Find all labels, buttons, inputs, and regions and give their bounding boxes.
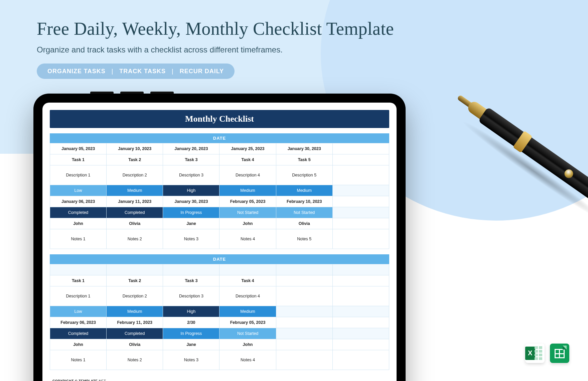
- table-cell: [276, 339, 332, 350]
- table-cell: [276, 328, 332, 339]
- table-cell: [332, 218, 389, 229]
- section2-table: Task 1Task 2Task 3Task 4 Description 1De…: [50, 264, 389, 370]
- table-cell: Task 2: [107, 275, 163, 286]
- table-cell: Medium: [219, 306, 276, 317]
- table-cell: January 05, 2023: [50, 143, 107, 154]
- table-cell: Completed: [107, 328, 163, 339]
- table-cell: [332, 185, 389, 196]
- table-cell: Notes 1: [50, 350, 107, 370]
- table-cell: Description 1: [50, 286, 107, 306]
- table-cell: [276, 350, 332, 370]
- table-cell: January 30, 2023: [276, 143, 332, 154]
- excel-icon[interactable]: [525, 344, 545, 363]
- google-sheets-icon[interactable]: [550, 344, 569, 363]
- table-cell: Task 3: [163, 154, 219, 165]
- table-cell: Description 5: [276, 165, 332, 185]
- table-cell: February 05, 2023: [219, 317, 276, 328]
- section1-table: January 05, 2023January 10, 2023January …: [50, 143, 389, 249]
- section1-date-header: DATE: [50, 133, 389, 143]
- table-cell: [332, 196, 389, 207]
- table-cell: January 10, 2023: [107, 143, 163, 154]
- table-cell: [332, 350, 389, 370]
- table-cell: In Progress: [163, 328, 219, 339]
- table-cell: Completed: [50, 328, 107, 339]
- table-cell: In Progress: [163, 207, 219, 218]
- table-cell: High: [163, 306, 219, 317]
- table-cell: [50, 264, 107, 275]
- table-cell: Task 3: [163, 275, 219, 286]
- table-cell: Task 1: [50, 275, 107, 286]
- table-cell: Low: [50, 306, 107, 317]
- copyright: COPYRIGHT © TEMPLATE.NET: [50, 370, 389, 381]
- table-cell: Notes 3: [163, 229, 219, 249]
- table-cell: [276, 306, 332, 317]
- section2-date-header: DATE: [50, 254, 389, 264]
- page-title: Free Daily, Weekly, Monthly Checklist Te…: [37, 18, 394, 39]
- table-cell: 2/30: [163, 317, 219, 328]
- table-cell: [332, 264, 389, 275]
- tablet-button: [150, 92, 174, 94]
- table-cell: [107, 264, 163, 275]
- table-cell: Notes 5: [276, 229, 332, 249]
- table-cell: [332, 275, 389, 286]
- table-cell: [332, 317, 389, 328]
- table-cell: [332, 165, 389, 185]
- table-cell: February 05, 2023: [219, 196, 276, 207]
- page-subtitle: Organize and track tasks with a checklis…: [37, 45, 283, 54]
- table-cell: [332, 328, 389, 339]
- table-cell: [219, 264, 276, 275]
- tag-organize: ORGANIZE TASKS: [47, 68, 106, 75]
- table-cell: Olivia: [107, 339, 163, 350]
- table-cell: Jane: [163, 218, 219, 229]
- table-cell: John: [50, 218, 107, 229]
- table-cell: Description 1: [50, 165, 107, 185]
- table-cell: High: [163, 185, 219, 196]
- table-cell: Description 3: [163, 165, 219, 185]
- table-cell: Notes 2: [107, 350, 163, 370]
- table-cell: Olivia: [107, 218, 163, 229]
- tag-sep: |: [112, 68, 114, 75]
- table-cell: Notes 4: [219, 229, 276, 249]
- table-cell: Medium: [276, 185, 332, 196]
- table-cell: [332, 154, 389, 165]
- table-cell: January 11, 2023: [107, 196, 163, 207]
- table-cell: [332, 229, 389, 249]
- table-cell: Notes 3: [163, 350, 219, 370]
- table-cell: John: [50, 339, 107, 350]
- table-cell: [163, 264, 219, 275]
- table-cell: Notes 2: [107, 229, 163, 249]
- table-cell: [276, 286, 332, 306]
- table-cell: [332, 339, 389, 350]
- table-cell: Medium: [107, 185, 163, 196]
- table-cell: Not Started: [276, 207, 332, 218]
- table-cell: [332, 286, 389, 306]
- table-cell: February 11, 2023: [107, 317, 163, 328]
- table-cell: John: [219, 339, 276, 350]
- table-cell: [276, 275, 332, 286]
- table-cell: Medium: [219, 185, 276, 196]
- tablet-screen: Monthly Checklist DATE January 05, 2023J…: [42, 103, 397, 381]
- table-cell: January 20, 2023: [163, 143, 219, 154]
- table-cell: January 30, 2023: [163, 196, 219, 207]
- table-cell: Notes 4: [219, 350, 276, 370]
- table-cell: [276, 264, 332, 275]
- table-cell: Task 2: [107, 154, 163, 165]
- table-cell: John: [219, 218, 276, 229]
- tag-sep: |: [172, 68, 174, 75]
- table-cell: Description 4: [219, 286, 276, 306]
- tablet-button: [120, 92, 144, 94]
- tag-track: TRACK TASKS: [119, 68, 166, 75]
- table-cell: Completed: [50, 207, 107, 218]
- table-cell: Notes 1: [50, 229, 107, 249]
- sheet-banner: Monthly Checklist: [50, 110, 389, 128]
- table-cell: Olivia: [276, 218, 332, 229]
- table-cell: [276, 317, 332, 328]
- tag-pill: ORGANIZE TASKS | TRACK TASKS | RECUR DAI…: [37, 64, 235, 79]
- table-cell: [332, 306, 389, 317]
- table-cell: Task 4: [219, 275, 276, 286]
- table-cell: February 10, 2023: [276, 196, 332, 207]
- table-cell: Medium: [107, 306, 163, 317]
- table-cell: Jane: [163, 339, 219, 350]
- table-cell: Task 4: [219, 154, 276, 165]
- table-cell: Description 2: [107, 286, 163, 306]
